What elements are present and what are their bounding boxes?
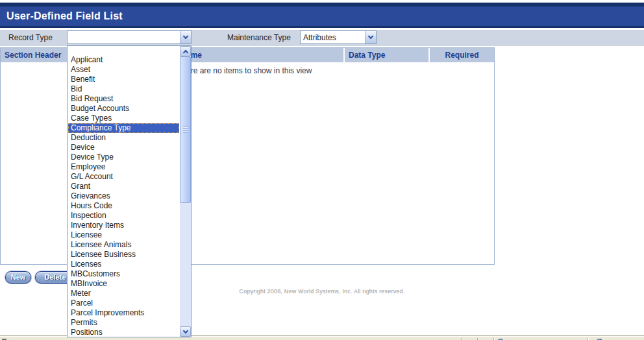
page-header: User-Defined Field List xyxy=(0,6,644,26)
maintenance-type-dropdown-button[interactable] xyxy=(365,31,376,43)
scrollbar-thumb[interactable] xyxy=(180,56,191,203)
maintenance-type-value: Attributes xyxy=(303,33,363,42)
app-window: User-Defined Field List Record Type Main… xyxy=(0,0,644,340)
dropdown-item[interactable]: Meter xyxy=(68,289,179,298)
chevron-down-icon xyxy=(368,34,373,39)
record-type-dropdown-button[interactable] xyxy=(180,31,191,43)
dropdown-item[interactable]: MBInvoice xyxy=(68,279,179,289)
banner-bottom-stripe xyxy=(0,26,644,28)
dropdown-item[interactable]: Permits xyxy=(68,318,179,328)
dropdown-item[interactable]: Inventory Items xyxy=(68,221,179,230)
dropdown-item[interactable]: Asset xyxy=(68,65,179,75)
dropdown-item[interactable]: Applicant xyxy=(68,55,179,65)
dropdown-item[interactable]: Licensee Animals xyxy=(68,240,179,250)
record-type-combobox[interactable] xyxy=(67,30,192,44)
dropdown-item[interactable]: Licenses xyxy=(68,260,179,269)
dropdown-item[interactable]: G/L Account xyxy=(68,172,179,182)
dropdown-item[interactable]: Licensee xyxy=(68,230,179,240)
dropdown-item[interactable]: Case Types xyxy=(68,114,179,123)
dropdown-item[interactable]: Inspection xyxy=(68,211,179,221)
dropdown-item[interactable]: Budget Accounts xyxy=(68,104,179,114)
dropdown-item[interactable]: Deduction xyxy=(68,133,179,143)
new-button[interactable]: New xyxy=(5,271,31,284)
dropdown-scrollbar[interactable] xyxy=(180,46,191,337)
dropdown-item[interactable]: Parcel Improvements xyxy=(68,308,179,318)
empty-list-message: There are no items to show in this view xyxy=(177,66,312,75)
dropdown-item[interactable]: MBCustomers xyxy=(68,269,179,279)
dropdown-item[interactable]: Positions xyxy=(68,328,179,337)
dropdown-item[interactable]: Compliance Type xyxy=(68,123,179,133)
record-type-listbox[interactable]: ApplicantAssetBenefitBidBid RequestBudge… xyxy=(67,45,192,337)
column-header-required[interactable]: Required xyxy=(430,48,494,62)
dropdown-item[interactable]: Benefit xyxy=(68,75,179,84)
column-header-data-type[interactable]: Data Type xyxy=(345,48,430,62)
dropdown-item[interactable]: Device Type xyxy=(68,152,179,162)
maintenance-type-label: Maintenance Type xyxy=(227,33,291,42)
dropdown-item[interactable]: Employee xyxy=(68,162,179,172)
scrollbar-grip-icon xyxy=(183,127,188,133)
chevron-down-icon xyxy=(182,328,188,333)
page-title: User-Defined Field List xyxy=(6,6,123,26)
dropdown-item[interactable]: Hours Code xyxy=(68,201,179,211)
dropdown-item[interactable]: Bid Request xyxy=(68,94,179,104)
dropdown-item[interactable]: Bid xyxy=(68,84,179,94)
dropdown-item[interactable]: Grievances xyxy=(68,191,179,201)
dropdown-item[interactable]: Device xyxy=(68,143,179,152)
chevron-up-icon xyxy=(182,49,188,55)
maintenance-type-combobox[interactable]: Attributes xyxy=(300,30,377,44)
scroll-down-button[interactable] xyxy=(180,326,191,337)
record-type-label: Record Type xyxy=(8,33,53,42)
scroll-up-button[interactable] xyxy=(180,46,191,56)
dropdown-item[interactable]: Licensee Business xyxy=(68,250,179,260)
dropdown-item[interactable]: Grant xyxy=(68,182,179,191)
dropdown-items-container: ApplicantAssetBenefitBidBid RequestBudge… xyxy=(68,55,179,337)
dropdown-item[interactable]: Parcel xyxy=(68,298,179,308)
chevron-down-icon xyxy=(183,34,188,39)
